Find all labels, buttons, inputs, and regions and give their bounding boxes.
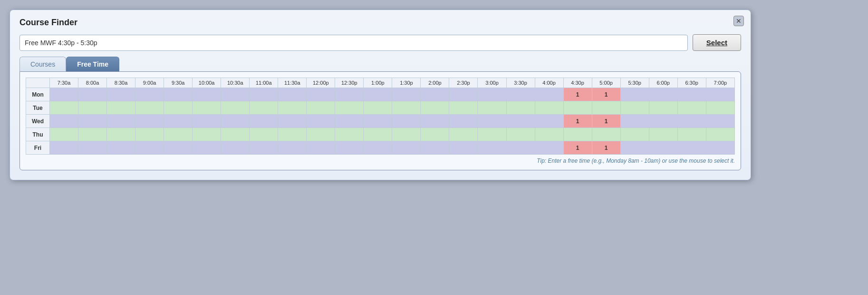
cell-thu-200[interactable] <box>421 128 449 141</box>
cell-wed-500[interactable]: 1 <box>592 115 620 128</box>
cell-wed-1130[interactable] <box>278 115 307 128</box>
cell-thu-230[interactable] <box>449 128 478 141</box>
cell-fri-1230[interactable] <box>335 141 364 155</box>
cell-fri-500[interactable]: 1 <box>592 141 620 155</box>
cell-fri-400[interactable] <box>535 141 563 155</box>
cell-tue-600[interactable] <box>649 101 677 115</box>
cell-tue-1130[interactable] <box>278 101 307 115</box>
cell-fri-1100[interactable] <box>250 141 278 155</box>
cell-wed-730[interactable] <box>50 115 78 128</box>
cell-tue-530[interactable] <box>620 101 649 115</box>
cell-tue-800[interactable] <box>78 101 107 115</box>
cell-mon-1000[interactable] <box>193 88 221 101</box>
cell-tue-330[interactable] <box>506 101 535 115</box>
cell-tue-900[interactable] <box>135 101 164 115</box>
cell-tue-300[interactable] <box>478 101 506 115</box>
cell-fri-630[interactable] <box>677 141 706 155</box>
cell-fri-930[interactable] <box>164 141 193 155</box>
cell-fri-430[interactable]: 1 <box>563 141 592 155</box>
cell-tue-730[interactable] <box>50 101 78 115</box>
cell-mon-1230[interactable] <box>335 88 364 101</box>
cell-tue-1030[interactable] <box>221 101 250 115</box>
cell-mon-800[interactable] <box>78 88 107 101</box>
cell-tue-130[interactable] <box>392 101 421 115</box>
cell-wed-800[interactable] <box>78 115 107 128</box>
cell-mon-1200[interactable] <box>307 88 335 101</box>
cell-wed-300[interactable] <box>478 115 506 128</box>
cell-fri-300[interactable] <box>478 141 506 155</box>
close-button[interactable]: ✕ <box>733 16 744 26</box>
cell-wed-830[interactable] <box>107 115 135 128</box>
cell-mon-130[interactable] <box>392 88 421 101</box>
cell-tue-830[interactable] <box>107 101 135 115</box>
search-input[interactable] <box>19 35 688 51</box>
cell-mon-830[interactable] <box>107 88 135 101</box>
cell-thu-900[interactable] <box>135 128 164 141</box>
cell-wed-930[interactable] <box>164 115 193 128</box>
cell-fri-600[interactable] <box>649 141 677 155</box>
cell-fri-230[interactable] <box>449 141 478 155</box>
cell-mon-230[interactable] <box>449 88 478 101</box>
cell-mon-100[interactable] <box>364 88 392 101</box>
cell-wed-400[interactable] <box>535 115 563 128</box>
cell-tue-1200[interactable] <box>307 101 335 115</box>
cell-mon-1100[interactable] <box>250 88 278 101</box>
cell-tue-430[interactable] <box>563 101 592 115</box>
tab-courses[interactable]: Courses <box>19 57 66 71</box>
cell-mon-730[interactable] <box>50 88 78 101</box>
cell-mon-600[interactable] <box>649 88 677 101</box>
cell-wed-100[interactable] <box>364 115 392 128</box>
cell-mon-1030[interactable] <box>221 88 250 101</box>
cell-thu-1100[interactable] <box>250 128 278 141</box>
cell-fri-1030[interactable] <box>221 141 250 155</box>
cell-fri-730[interactable] <box>50 141 78 155</box>
cell-wed-630[interactable] <box>677 115 706 128</box>
cell-fri-330[interactable] <box>506 141 535 155</box>
cell-mon-200[interactable] <box>421 88 449 101</box>
cell-mon-300[interactable] <box>478 88 506 101</box>
cell-tue-630[interactable] <box>677 101 706 115</box>
cell-thu-1200[interactable] <box>307 128 335 141</box>
cell-fri-130[interactable] <box>392 141 421 155</box>
cell-thu-700[interactable] <box>706 128 734 141</box>
cell-thu-730[interactable] <box>50 128 78 141</box>
cell-thu-130[interactable] <box>392 128 421 141</box>
cell-wed-1230[interactable] <box>335 115 364 128</box>
cell-wed-130[interactable] <box>392 115 421 128</box>
cell-fri-900[interactable] <box>135 141 164 155</box>
cell-wed-600[interactable] <box>649 115 677 128</box>
cell-tue-1000[interactable] <box>193 101 221 115</box>
cell-mon-330[interactable] <box>506 88 535 101</box>
select-button[interactable]: Select <box>693 34 741 51</box>
cell-tue-700[interactable] <box>706 101 734 115</box>
cell-thu-400[interactable] <box>535 128 563 141</box>
cell-wed-530[interactable] <box>620 115 649 128</box>
cell-thu-830[interactable] <box>107 128 135 141</box>
cell-thu-530[interactable] <box>620 128 649 141</box>
cell-thu-330[interactable] <box>506 128 535 141</box>
cell-mon-530[interactable] <box>620 88 649 101</box>
cell-thu-1130[interactable] <box>278 128 307 141</box>
cell-tue-1100[interactable] <box>250 101 278 115</box>
cell-mon-900[interactable] <box>135 88 164 101</box>
cell-fri-200[interactable] <box>421 141 449 155</box>
cell-tue-500[interactable] <box>592 101 620 115</box>
cell-fri-1200[interactable] <box>307 141 335 155</box>
cell-mon-400[interactable] <box>535 88 563 101</box>
cell-fri-1000[interactable] <box>193 141 221 155</box>
cell-thu-430[interactable] <box>563 128 592 141</box>
cell-thu-800[interactable] <box>78 128 107 141</box>
cell-fri-700[interactable] <box>706 141 734 155</box>
cell-wed-200[interactable] <box>421 115 449 128</box>
cell-wed-1100[interactable] <box>250 115 278 128</box>
cell-thu-600[interactable] <box>649 128 677 141</box>
cell-mon-500[interactable]: 1 <box>592 88 620 101</box>
cell-thu-500[interactable] <box>592 128 620 141</box>
cell-mon-930[interactable] <box>164 88 193 101</box>
cell-wed-1000[interactable] <box>193 115 221 128</box>
cell-wed-1030[interactable] <box>221 115 250 128</box>
cell-mon-1130[interactable] <box>278 88 307 101</box>
cell-thu-1230[interactable] <box>335 128 364 141</box>
cell-fri-100[interactable] <box>364 141 392 155</box>
cell-tue-400[interactable] <box>535 101 563 115</box>
